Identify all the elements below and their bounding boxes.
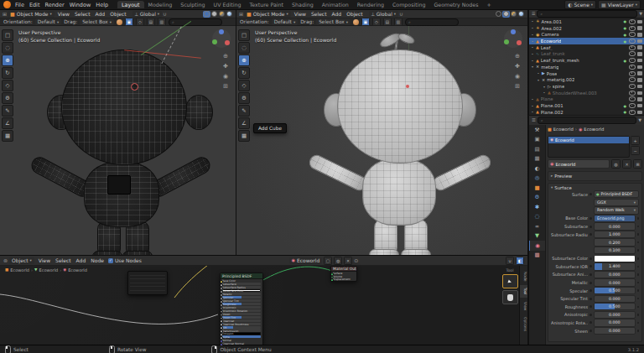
outliner-item-metarig[interactable]: ▾×metarig [529,64,644,70]
properties-tab-scene[interactable]: ◐ [529,164,545,174]
hide-viewport-eye-toggle[interactable] [629,91,636,96]
view-layer-selector[interactable]: ▦ ViewLayer ▾ [598,0,641,9]
orientation-value-dropdown[interactable]: Default ▾ [35,18,61,25]
navigation-gizmo[interactable] [212,29,231,48]
editor-type-icon[interactable]: ⊞ [239,12,243,17]
principled-bsdf-node[interactable]: Principled BSDF Base ColorSubsurfaceSubs… [220,273,263,345]
sidebar-tab-options[interactable]: Options [520,314,527,334]
snap-mode-toggle[interactable]: ◇ [372,18,381,26]
menu-select[interactable]: Select [53,257,74,263]
snap-mode-toggle[interactable]: ▣ [361,18,370,26]
disclosure-closed-icon[interactable]: • [531,45,534,49]
param-field[interactable]: 0.500 [594,287,636,294]
param-field[interactable]: 0.000 [594,271,636,278]
menu-edit[interactable]: Edit [27,2,43,8]
hide-render-camera-toggle[interactable] [637,111,642,115]
param-field[interactable]: 0.000 [594,327,636,335]
editor-type-icon[interactable]: ⊞ [3,12,7,17]
tool-rotate-button[interactable]: ↻ [238,67,250,79]
tool-select-box-button[interactable]: □ [238,29,250,41]
outliner-item-leaf-trunk-mesh[interactable]: •▲Leaf_trunk_mesh● [529,57,644,64]
snap-mode-toggle[interactable]: ▥ [394,18,402,26]
workspace-tab-shading[interactable]: Shading [288,1,318,8]
axis-x-handle[interactable] [225,40,230,45]
material-slot-item[interactable]: ◉ Ecoworld [548,137,629,143]
disclosure-closed-icon[interactable]: • [537,71,540,75]
breadcrumb-mesh[interactable]: Ecoworld [39,267,58,273]
properties-tab-object-data[interactable]: ▼ [529,231,545,241]
properties-tab-render[interactable]: ▣ [529,135,545,145]
viewport-canvas[interactable]: □◌⊕↻◇⚙✎∠▦ User Perspective (60) Scene Co… [236,26,527,255]
tool-move-button[interactable]: ⊕ [238,55,250,66]
snap-mode-toggle[interactable]: ◇ [136,18,144,26]
filter-icon[interactable]: ▼ [639,12,642,16]
outliner-item-spine[interactable]: ▾▷spine [529,83,644,90]
outliner-item-pose[interactable]: •▶Pose [529,70,644,77]
menu-add[interactable]: Add [74,257,89,263]
blender-logo-icon[interactable] [3,1,11,8]
character-wireframe[interactable] [23,43,216,255]
nav-pan-icon[interactable]: ✚ [223,63,228,70]
menu-object[interactable]: Object [107,11,129,17]
nav-zoom-icon[interactable]: ⊕ [515,53,520,60]
snap-magnet-icon[interactable]: ∪ [163,12,166,17]
disclosure-closed-icon[interactable]: • [531,39,534,44]
nav-toggle-perspective-icon[interactable]: ⊞ [515,83,520,90]
properties-tab-view-layer[interactable]: ▦ [529,154,545,164]
mode-dropdown[interactable]: ■ Object Mode ▾ [244,11,291,18]
shading-wireframe-button[interactable] [495,11,502,18]
hide-viewport-eye-toggle[interactable] [629,51,636,56]
tool-cursor-button[interactable]: ◌ [2,42,13,54]
axis-y-handle[interactable] [212,39,217,44]
node-editor-button[interactable]: ⊞ [633,159,642,169]
breadcrumb-object[interactable]: Ecoworld [10,267,29,273]
hide-render-camera-toggle[interactable] [637,65,642,70]
workspace-tab-modeling[interactable]: Modeling [144,1,177,8]
hide-render-camera-toggle[interactable] [637,52,642,56]
shading-rendered-button[interactable] [517,11,525,18]
add-slot-button[interactable]: + [631,136,640,145]
disclosure-closed-icon[interactable]: • [531,110,534,114]
menu-window[interactable]: Window [67,2,94,8]
breadcrumb-object[interactable]: Ecoworld [553,127,574,132]
hide-render-camera-toggle[interactable] [637,33,642,37]
outliner-item-area-001[interactable]: •☀Area.001● [529,18,644,25]
properties-tab-particles[interactable]: ✱ [529,202,545,212]
nav-zoom-icon[interactable]: ⊕ [223,53,228,60]
param-field[interactable]: 0.000 [594,311,636,319]
nav-pan-icon[interactable]: ✚ [515,63,520,70]
tool-search-input[interactable]: ⌕ [169,18,222,26]
material-name-field[interactable]: ◉ Ecoworld [548,159,610,169]
snap-mode-toggle[interactable]: ▥ [158,18,166,26]
hide-viewport-eye-toggle[interactable] [629,77,636,82]
properties-search-input[interactable]: ⌕ [538,117,636,124]
sss-method-dropdown[interactable]: Random Walk ▾ [594,206,639,214]
popover-panel[interactable] [127,271,168,295]
workspace-tab-geometry-nodes[interactable]: Geometry Nodes [429,1,482,8]
properties-tab-physics[interactable]: ◌ [529,212,545,222]
orientation-value-dropdown[interactable]: Default ▾ [272,18,298,25]
nav-camera-view-icon[interactable]: ◉ [515,73,520,80]
node-title[interactable]: Principled BSDF [221,273,262,279]
hide-render-camera-toggle[interactable] [637,59,642,63]
nav-camera-view-icon[interactable]: ◉ [223,73,228,80]
disclosure-open-icon[interactable]: ▾ [531,65,534,69]
param-field[interactable]: 0.500 [594,303,636,310]
tool-annotate-button[interactable]: ✎ [2,105,13,117]
param-field[interactable] [594,255,636,262]
disclosure-closed-icon[interactable]: • [531,33,534,37]
hide-viewport-eye-toggle[interactable] [629,26,636,31]
new-material-button[interactable]: ▢ [324,257,332,265]
menu-add[interactable]: Add [330,11,345,17]
tool-move-button[interactable]: ⊕ [2,55,13,66]
shading-material-preview-button[interactable] [218,11,226,18]
shading-rendered-button[interactable] [226,11,233,18]
menu-add[interactable]: Add [93,11,108,17]
shading-wireframe-button[interactable] [203,11,210,18]
tool-search-input[interactable]: ⌕ [405,18,459,26]
transform-orientation-dropdown[interactable]: ⟂ Global ▾ [369,11,398,18]
shading-solid-button[interactable] [210,11,218,18]
outliner-item-shoulderwheel-003[interactable]: •▲ShoulderWheel.003 [529,90,644,96]
navigation-gizmo[interactable] [504,29,522,48]
hide-render-camera-toggle[interactable] [637,91,642,96]
